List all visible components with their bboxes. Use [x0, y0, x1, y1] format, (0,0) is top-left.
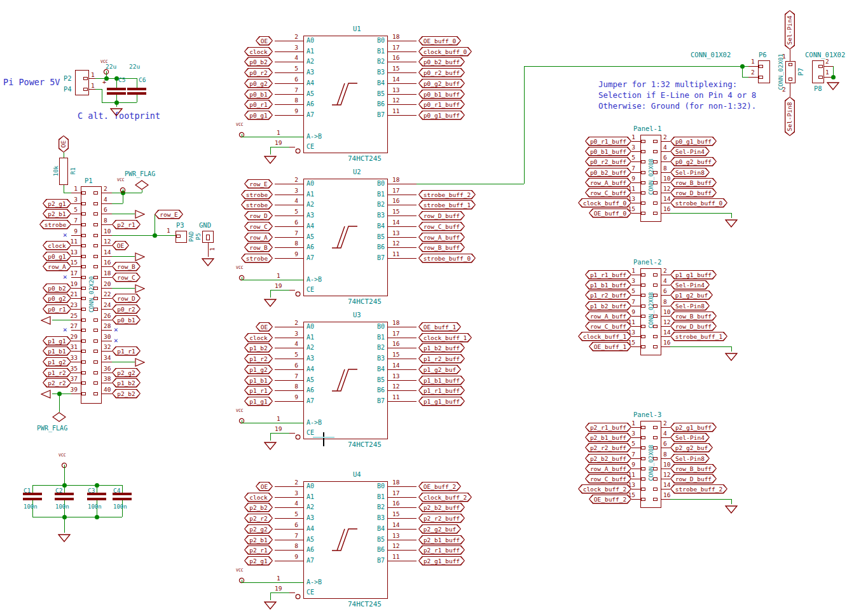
net-label-p0_r2[interactable]: p0_r2 [112, 305, 141, 314]
pin-pad[interactable] [641, 202, 645, 205]
wire[interactable] [661, 458, 670, 459]
wire[interactable] [102, 245, 112, 246]
net-label-p2_g2_buf[interactable]: p2_g2_buf [418, 524, 461, 534]
wire[interactable] [71, 341, 81, 341]
net-label-row_C_buff[interactable]: row_C_buff [418, 222, 465, 231]
wire[interactable] [790, 83, 790, 97]
wire[interactable] [631, 469, 640, 469]
wire[interactable] [661, 151, 670, 152]
wire[interactable] [631, 285, 640, 285]
net-label-Sel-Pin8[interactable]: Sel-Pin8 [670, 454, 710, 463]
title-Panel-2[interactable]: Panel-2 [633, 258, 661, 266]
wire[interactable] [116, 95, 117, 102]
wire[interactable] [242, 280, 303, 280]
gnd-symbol[interactable] [58, 533, 71, 541]
net-label-clock[interactable]: clock [244, 333, 273, 343]
net-label-p1_b1[interactable]: p1_b1 [244, 376, 273, 385]
wire[interactable] [71, 193, 81, 193]
pin-pad[interactable] [641, 171, 645, 174]
wire[interactable] [71, 362, 81, 362]
pin-pad[interactable] [641, 150, 645, 153]
wire[interactable] [388, 237, 417, 238]
net-label-p0_g2_buff[interactable]: p0_g2_buff [418, 79, 465, 88]
pin-pad[interactable] [653, 202, 658, 205]
pin-pad[interactable] [83, 77, 88, 80]
wire[interactable] [417, 184, 524, 184]
pin-pad[interactable] [641, 191, 645, 195]
wire[interactable] [388, 369, 417, 370]
wire[interactable] [661, 182, 670, 183]
pin-pad[interactable] [81, 255, 86, 258]
gnd-symbol[interactable] [827, 81, 839, 89]
wire[interactable] [631, 499, 640, 500]
wire[interactable] [275, 338, 303, 338]
net-label-Sel-Pin8[interactable]: Sel-Pin8 [670, 168, 710, 177]
pin-pad[interactable] [81, 287, 86, 290]
wire[interactable] [388, 401, 417, 402]
wire[interactable] [102, 373, 112, 373]
wire[interactable] [64, 193, 71, 193]
gnd-symbol[interactable] [110, 107, 123, 115]
wire[interactable] [388, 184, 417, 184]
net-label-Sel-Pin8[interactable]: Sel-Pin8 [785, 97, 795, 136]
pin-pad[interactable] [81, 191, 86, 195]
wire[interactable] [52, 320, 71, 320]
wire[interactable] [64, 485, 65, 493]
wire[interactable] [742, 77, 748, 78]
net-label-p2_b2[interactable]: p2_b2 [244, 503, 273, 512]
pin-pad[interactable] [81, 202, 86, 205]
net-label-row_D_buff[interactable]: row_D_buff [418, 211, 465, 221]
net-label-row_E[interactable]: row_E [155, 210, 183, 219]
net-label-p0_r1[interactable]: p0_r1 [244, 100, 273, 109]
wire[interactable] [102, 351, 112, 352]
wire[interactable] [71, 288, 81, 289]
pin-pad[interactable] [641, 284, 645, 287]
wire[interactable] [112, 288, 135, 289]
wire[interactable] [661, 479, 670, 479]
net-label-row_B_buff[interactable]: row_B_buff [418, 243, 465, 252]
wire[interactable] [661, 469, 670, 469]
gnd-symbol[interactable] [264, 154, 277, 163]
net-label-strobe_buff_1[interactable]: strobe_buff_1 [418, 200, 476, 210]
wire[interactable] [631, 295, 640, 296]
net-label-row_B[interactable]: row_B [244, 243, 273, 252]
wire[interactable] [275, 72, 303, 73]
wire[interactable] [112, 362, 135, 362]
unconnected-arrow[interactable] [135, 357, 145, 366]
net-label-p0_r2_buff[interactable]: p0_r2_buff [418, 68, 465, 78]
pin-pad[interactable] [653, 212, 658, 215]
pin-pad[interactable] [81, 297, 86, 300]
pin-pad[interactable] [818, 76, 823, 79]
wire[interactable] [275, 237, 303, 238]
pin-pad[interactable] [653, 426, 658, 429]
ref-U3[interactable]: U3 [353, 311, 361, 318]
wire[interactable] [275, 369, 303, 370]
wire[interactable] [388, 205, 417, 205]
wire[interactable] [631, 336, 640, 337]
net-label-p1_r1[interactable]: p1_r1 [112, 346, 141, 356]
wire[interactable] [388, 195, 417, 195]
ref-C3[interactable]: C3 [88, 487, 95, 494]
wire[interactable] [388, 72, 417, 73]
net-label-row_E[interactable]: row_E [244, 179, 273, 189]
wire[interactable] [89, 89, 95, 90]
connector-p6[interactable] [758, 60, 770, 83]
wire[interactable] [670, 213, 731, 214]
pin-pad[interactable] [93, 191, 98, 195]
wire[interactable] [270, 592, 271, 600]
wire[interactable] [116, 102, 117, 107]
wire[interactable] [631, 448, 640, 448]
wire[interactable] [102, 89, 102, 102]
wire[interactable] [102, 203, 112, 204]
wire[interactable] [824, 66, 833, 67]
pin-pad[interactable] [93, 234, 98, 237]
note-jumper-line3[interactable]: Otherwise: Ground (for non-1:32). [598, 101, 756, 111]
pin-pad[interactable] [653, 150, 658, 153]
pin-pad[interactable] [641, 294, 645, 297]
net-label-p1_b2[interactable]: p1_b2 [112, 378, 141, 388]
connector-p8[interactable] [812, 60, 824, 83]
wire[interactable] [388, 486, 417, 487]
wire[interactable] [275, 62, 303, 62]
net-label-row_A[interactable]: row_A [244, 233, 273, 242]
wire[interactable] [142, 190, 142, 193]
